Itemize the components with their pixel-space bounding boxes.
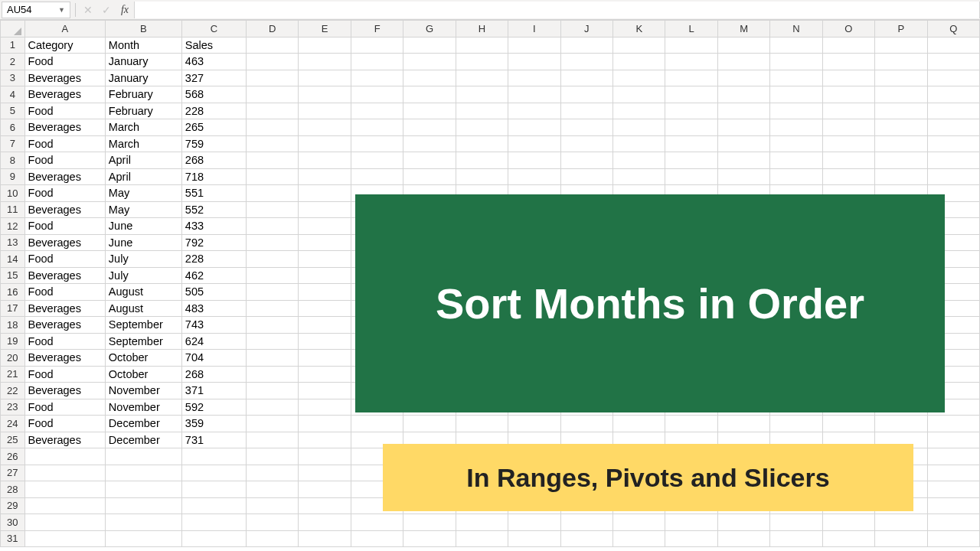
cell[interactable] bbox=[247, 366, 299, 383]
cell[interactable] bbox=[770, 86, 822, 103]
cell[interactable] bbox=[247, 37, 299, 54]
cell[interactable] bbox=[299, 86, 351, 103]
cell[interactable]: 228 bbox=[181, 103, 246, 119]
cell[interactable] bbox=[613, 514, 665, 531]
cell[interactable] bbox=[247, 399, 299, 416]
cell[interactable] bbox=[508, 103, 560, 119]
cell[interactable] bbox=[247, 168, 299, 185]
cell[interactable] bbox=[247, 103, 299, 119]
row-header[interactable]: 1 bbox=[1, 37, 25, 54]
cell[interactable] bbox=[299, 218, 351, 235]
cell[interactable] bbox=[299, 103, 351, 119]
cell[interactable]: 265 bbox=[181, 119, 246, 136]
cell[interactable]: 792 bbox=[181, 234, 246, 251]
cell[interactable]: Beverages bbox=[24, 234, 105, 251]
cell[interactable] bbox=[717, 168, 769, 185]
cell[interactable]: 624 bbox=[181, 333, 246, 350]
cell[interactable] bbox=[717, 70, 769, 86]
name-box[interactable]: AU54 ▼ bbox=[2, 2, 70, 18]
cell[interactable] bbox=[247, 333, 299, 350]
cell[interactable] bbox=[770, 70, 822, 86]
cell[interactable] bbox=[875, 530, 927, 547]
cell[interactable] bbox=[247, 317, 299, 334]
cell[interactable] bbox=[822, 119, 874, 136]
cell[interactable] bbox=[351, 168, 403, 185]
cell[interactable] bbox=[613, 168, 665, 185]
cell[interactable]: 592 bbox=[181, 399, 246, 416]
cell[interactable] bbox=[613, 416, 665, 432]
cell[interactable] bbox=[403, 514, 456, 531]
cell[interactable] bbox=[927, 465, 979, 481]
cell[interactable] bbox=[665, 54, 717, 70]
cell[interactable] bbox=[299, 317, 351, 334]
cell[interactable] bbox=[247, 284, 299, 301]
cell[interactable] bbox=[247, 497, 299, 514]
cell[interactable] bbox=[822, 168, 874, 185]
cell[interactable] bbox=[299, 481, 351, 498]
cell[interactable]: Beverages bbox=[24, 168, 105, 185]
cell[interactable] bbox=[927, 530, 979, 547]
cell[interactable] bbox=[770, 135, 822, 152]
row-header[interactable]: 31 bbox=[1, 530, 25, 547]
cell[interactable] bbox=[456, 86, 508, 103]
cell[interactable] bbox=[822, 103, 874, 119]
cell[interactable]: Food bbox=[24, 399, 105, 416]
cell[interactable] bbox=[181, 448, 246, 465]
cell[interactable] bbox=[927, 152, 979, 169]
cell[interactable]: 551 bbox=[181, 185, 246, 202]
cell[interactable] bbox=[456, 168, 508, 185]
cell[interactable] bbox=[247, 234, 299, 251]
cell[interactable] bbox=[717, 103, 769, 119]
cell[interactable] bbox=[299, 497, 351, 514]
cell[interactable] bbox=[247, 152, 299, 169]
cell[interactable] bbox=[560, 54, 612, 70]
cell[interactable]: 505 bbox=[181, 284, 246, 301]
cell[interactable]: Food bbox=[24, 103, 105, 119]
cell[interactable] bbox=[24, 481, 105, 498]
cell[interactable] bbox=[613, 119, 665, 136]
column-header-d[interactable]: D bbox=[247, 21, 299, 37]
cell[interactable] bbox=[560, 152, 612, 169]
cell[interactable] bbox=[247, 267, 299, 284]
cell[interactable]: Beverages bbox=[24, 86, 105, 103]
cell[interactable] bbox=[181, 497, 246, 514]
cell[interactable]: Beverages bbox=[24, 383, 105, 399]
cell[interactable]: 463 bbox=[181, 54, 246, 70]
cell[interactable] bbox=[247, 383, 299, 399]
cell[interactable] bbox=[456, 119, 508, 136]
cell[interactable]: February bbox=[105, 86, 181, 103]
column-header-l[interactable]: L bbox=[665, 21, 717, 37]
cell[interactable] bbox=[560, 530, 612, 547]
cell[interactable] bbox=[717, 416, 769, 432]
cell[interactable] bbox=[105, 465, 181, 481]
cell[interactable] bbox=[508, 86, 560, 103]
row-header[interactable]: 23 bbox=[1, 399, 25, 416]
cell[interactable] bbox=[927, 54, 979, 70]
cell[interactable] bbox=[403, 103, 456, 119]
cell[interactable]: 483 bbox=[181, 300, 246, 317]
cell[interactable] bbox=[105, 530, 181, 547]
cell[interactable]: 359 bbox=[181, 416, 246, 432]
cell[interactable] bbox=[105, 497, 181, 514]
cell[interactable]: September bbox=[105, 333, 181, 350]
column-header-n[interactable]: N bbox=[770, 21, 822, 37]
fx-icon[interactable]: fx bbox=[116, 4, 134, 16]
cell[interactable] bbox=[508, 416, 560, 432]
cell[interactable] bbox=[875, 152, 927, 169]
cell[interactable]: Food bbox=[24, 135, 105, 152]
cell[interactable] bbox=[181, 481, 246, 498]
column-header-k[interactable]: K bbox=[613, 21, 665, 37]
cell[interactable] bbox=[403, 152, 456, 169]
cell[interactable] bbox=[508, 135, 560, 152]
cell[interactable] bbox=[665, 103, 717, 119]
row-header[interactable]: 20 bbox=[1, 350, 25, 367]
cell[interactable] bbox=[247, 86, 299, 103]
cell[interactable] bbox=[875, 514, 927, 531]
cell[interactable] bbox=[560, 37, 612, 54]
column-header-q[interactable]: Q bbox=[927, 21, 979, 37]
cell[interactable] bbox=[665, 530, 717, 547]
cell[interactable] bbox=[299, 350, 351, 367]
cell[interactable] bbox=[927, 168, 979, 185]
cell[interactable] bbox=[770, 530, 822, 547]
cell[interactable] bbox=[247, 251, 299, 268]
